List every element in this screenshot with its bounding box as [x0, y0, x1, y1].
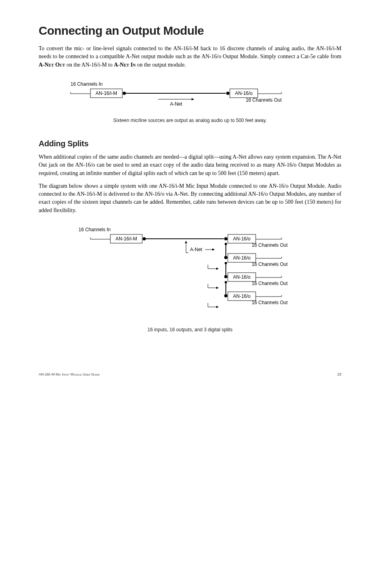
d2-box4-label: AN-16/o — [233, 293, 251, 299]
p1-anet-in: A-Net In — [114, 62, 135, 68]
d2-out2-label: 16 Channels Out — [252, 262, 288, 267]
caption-2: 16 inputs, 16 outputs, and 3 digital spl… — [39, 327, 341, 332]
diagram-splits: 16 Channels In AN-16/i-M A-Net AN-16/o 1… — [39, 226, 341, 321]
caption-1: Sixteen mic/line sources are output as a… — [39, 118, 341, 123]
svg-point-28 — [224, 256, 227, 259]
svg-point-3 — [123, 92, 126, 95]
svg-point-37 — [224, 275, 227, 278]
svg-point-5 — [226, 92, 229, 95]
svg-marker-7 — [192, 98, 194, 100]
svg-marker-20 — [212, 248, 215, 251]
d2-out4-label: 16 Channels Out — [252, 300, 288, 305]
svg-marker-18 — [185, 241, 187, 243]
d1-box-left-label: AN-16/i-M — [96, 90, 117, 96]
d2-box1-label: AN-16/o — [233, 236, 251, 242]
d2-box-left-label: AN-16/i-M — [116, 236, 137, 242]
p1-part-a: To convert the mic- or line-level signal… — [39, 45, 341, 59]
d2-box2-label: AN-16/o — [233, 255, 251, 261]
d1-anet-label: A-Net — [170, 101, 182, 107]
d1-channels-in-label: 16 Channels In — [71, 81, 103, 87]
d2-out1-label: 16 Channels Out — [252, 242, 288, 248]
svg-marker-40 — [216, 287, 219, 289]
p1-part-e: on the output module. — [135, 62, 186, 68]
svg-point-14 — [143, 237, 146, 240]
svg-point-46 — [224, 294, 227, 297]
splits-paragraph-1: When additional copies of the same audio… — [39, 153, 341, 177]
intro-paragraph: To convert the mic- or line-level signal… — [39, 45, 341, 69]
page-title: Connecting an Output Module — [39, 24, 341, 37]
diagram-simple: 16 Channels In AN-16/i-M A-Net AN-16/o 1… — [39, 80, 341, 112]
d2-anet-label: A-Net — [190, 247, 202, 252]
splits-paragraph-2: The diagram below shows a simple system … — [39, 182, 341, 214]
page-footer: AN-16/i-M Mic Input Module User Guide 23 — [39, 372, 341, 376]
d2-channels-in-label: 16 Channels In — [78, 227, 111, 232]
svg-point-16 — [224, 237, 227, 240]
d1-box-right-label: AN-16/o — [235, 90, 253, 96]
footer-page-number: 23 — [337, 372, 341, 376]
p1-part-c: on the AN-16/i-M to — [65, 62, 114, 68]
svg-marker-49 — [216, 306, 219, 308]
svg-marker-31 — [216, 267, 219, 270]
p1-anet-out: A-Net Out — [39, 62, 65, 68]
d2-box3-label: AN-16/o — [233, 274, 251, 280]
footer-doc-title: AN-16/i-M Mic Input Module User Guide — [39, 372, 100, 376]
d1-channels-out-label: 16 Channels Out — [246, 97, 282, 103]
section-heading-splits: Adding Splits — [39, 139, 341, 148]
d2-out3-label: 16 Channels Out — [252, 281, 288, 286]
